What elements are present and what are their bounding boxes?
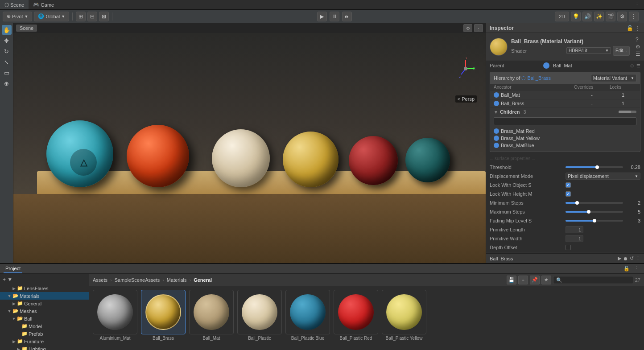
tree-materials[interactable]: ▼ 📂 Materials [0, 292, 89, 300]
displacement-dropdown[interactable]: Pixel displacement ▼ [566, 173, 640, 180]
list-icon[interactable]: ☰ [636, 63, 640, 68]
revert-bottom-icon[interactable]: ↺ [630, 255, 634, 261]
breadcrumb-general[interactable]: General [194, 277, 212, 283]
2d-button[interactable]: 2D [555, 12, 569, 21]
depth-offset-checkbox[interactable] [566, 245, 571, 250]
threshold-slider[interactable]: 0.28 [566, 165, 640, 170]
add-btn[interactable]: + ▼ [3, 276, 12, 283]
asset-ball-plastic-red[interactable]: Ball_Plastic Red [334, 290, 378, 341]
asset-ball-brass[interactable]: Ball_Brass [141, 290, 186, 341]
hierarchy-dropdown[interactable]: Material Variant ▼ [591, 74, 636, 82]
breadcrumb-samplescene[interactable]: SampleSceneAssets [115, 277, 160, 283]
tree-lighting[interactable]: ▶ 📁 Lighting [0, 345, 89, 350]
asset-count: 27 [635, 277, 640, 283]
ball-brass-thumb [141, 290, 186, 334]
hierarchy-search-input[interactable] [494, 117, 636, 125]
pause-button[interactable]: ⏸ [330, 12, 339, 21]
ball-plastic-thumb [237, 290, 282, 334]
scene-view-button[interactable]: 🎬 [606, 12, 615, 21]
children-count: 3 [524, 109, 526, 115]
child-item-1[interactable]: Brass_Mat Red [494, 128, 636, 135]
hand-tool[interactable]: ✋ [2, 25, 12, 35]
viewport-scene-tab[interactable]: Scene [16, 25, 37, 32]
shading-btn[interactable]: ⚙ [463, 24, 472, 32]
fading-value: 3 [625, 218, 640, 223]
min-steps-row: Minimum Steps 2 [486, 198, 644, 207]
asset-search-input[interactable] [553, 276, 633, 284]
prim-width-input[interactable] [566, 235, 583, 242]
transform-button[interactable]: ⊠ [99, 12, 109, 21]
scene-viewport[interactable]: Scene ⚙ ⋮ [13, 23, 486, 263]
snap-button[interactable]: ⊟ [87, 12, 97, 21]
transform-tool[interactable]: ⊕ [2, 78, 12, 88]
svg-text:Z: Z [459, 75, 461, 78]
tree-ball[interactable]: ▼ 📂 Ball [0, 315, 89, 322]
main-area: ✋ ✥ ↻ ⤡ ▭ ⊕ Scene ⚙ ⋮ [0, 23, 644, 263]
child-item-2[interactable]: Brass_Mat Yellow [494, 135, 636, 142]
project-tab[interactable]: Project [4, 264, 22, 273]
lighting-button[interactable]: 💡 [571, 12, 581, 21]
gizmos-button[interactable]: ⚙ [617, 12, 627, 21]
global-button[interactable]: 🌐 Global ▼ [34, 12, 69, 21]
bottom-panel-controls: 🔓 ⋮ [623, 265, 640, 273]
more-btn[interactable]: ⋮ [474, 24, 483, 32]
asset-aluminium[interactable]: Aluminium_Mat [93, 290, 137, 341]
play-button[interactable]: ▶ [317, 12, 327, 21]
prefab-label: Prefab [29, 331, 43, 337]
step-button[interactable]: ⏭ [342, 12, 352, 21]
grid-button[interactable]: ⊞ [76, 12, 86, 21]
play-bottom-icon[interactable]: ▶ [618, 255, 621, 261]
audio-button[interactable]: 🔊 [582, 12, 592, 21]
tree-furniture[interactable]: ▶ 📁 Furniture [0, 338, 89, 345]
lock-obj-checkbox[interactable]: ✓ [566, 182, 571, 188]
more-bottom-icon[interactable]: ⋮ [636, 255, 640, 261]
prim-length-row: Primitive Length [486, 225, 644, 234]
lock-icon[interactable]: 🔓 [627, 25, 633, 31]
pivot-button[interactable]: ⊕ Pivot ▼ [3, 12, 32, 21]
rect-tool[interactable]: ▭ [2, 68, 12, 78]
settings-button[interactable]: ⋮ [629, 12, 639, 21]
child-item-3[interactable]: Brass_MatBlue [494, 142, 636, 149]
asset-ball-plastic-yellow[interactable]: Ball_Plastic Yellow [382, 290, 426, 341]
menu-icon[interactable]: ☰ [636, 51, 640, 57]
asset-pin-btn[interactable]: 📌 [530, 276, 540, 284]
more-icon[interactable]: ⋮ [635, 25, 640, 31]
asset-ball-plastic-blue[interactable]: Ball_Plastic Blue [285, 290, 330, 341]
asset-save-btn[interactable]: 💾 [507, 276, 516, 284]
min-steps-slider[interactable]: 2 [566, 200, 640, 206]
tree-general[interactable]: ▶ 📁 General [0, 300, 89, 307]
max-steps-slider[interactable]: 5 [566, 209, 640, 214]
move-tool[interactable]: ✥ [2, 36, 12, 45]
lock-bottom-btn[interactable]: 🔓 [623, 265, 631, 273]
prim-length-input[interactable] [566, 226, 583, 233]
ball-plastic-yellow-name: Ball_Plastic Yellow [386, 336, 423, 341]
more-bottom-btn[interactable]: ⋮ [632, 265, 640, 273]
asset-ball-plastic[interactable]: Ball_Plastic [237, 290, 282, 341]
breadcrumb-materials[interactable]: Materials [167, 277, 187, 283]
tree-model[interactable]: 📁 Model [0, 322, 89, 330]
record-bottom-icon[interactable]: ⏺ [623, 256, 628, 261]
scene-tab[interactable]: ⬡ Scene [0, 0, 29, 9]
more-options-icon[interactable]: ⋮ [635, 2, 640, 8]
tree-lensflares[interactable]: ▶ 📁 LensFlares [0, 284, 89, 292]
tree-meshes[interactable]: ▼ 📂 Meshes [0, 307, 89, 315]
asset-ball-mat[interactable]: Ball_Mat [189, 290, 234, 341]
children-header[interactable]: ▼ Children 3 [490, 108, 640, 116]
game-tab[interactable]: 🎮 Game [29, 0, 58, 9]
asset-add-btn[interactable]: + [518, 276, 528, 284]
fading-slider[interactable]: 3 [566, 218, 640, 223]
edit-button[interactable]: Edit... [613, 46, 630, 56]
left-toolbar: ✋ ✥ ↻ ⤡ ▭ ⊕ [0, 23, 13, 263]
circle-icon[interactable]: ⊙ [630, 63, 634, 68]
tree-prefab[interactable]: 📁 Prefab [0, 330, 89, 338]
settings-icon[interactable]: ⚙ [636, 44, 640, 50]
rotate-tool[interactable]: ↻ [2, 46, 12, 56]
asset-star-btn[interactable]: ★ [541, 276, 551, 284]
effects-button[interactable]: ✨ [594, 12, 604, 21]
breadcrumb-assets[interactable]: Assets [93, 277, 107, 283]
max-steps-fill [566, 211, 589, 213]
scale-tool[interactable]: ⤡ [2, 57, 12, 67]
shader-dropdown[interactable]: HDRP/Lit ▼ [566, 47, 611, 54]
lock-height-checkbox[interactable]: ✓ [566, 191, 571, 197]
help-icon[interactable]: ? [636, 37, 640, 43]
